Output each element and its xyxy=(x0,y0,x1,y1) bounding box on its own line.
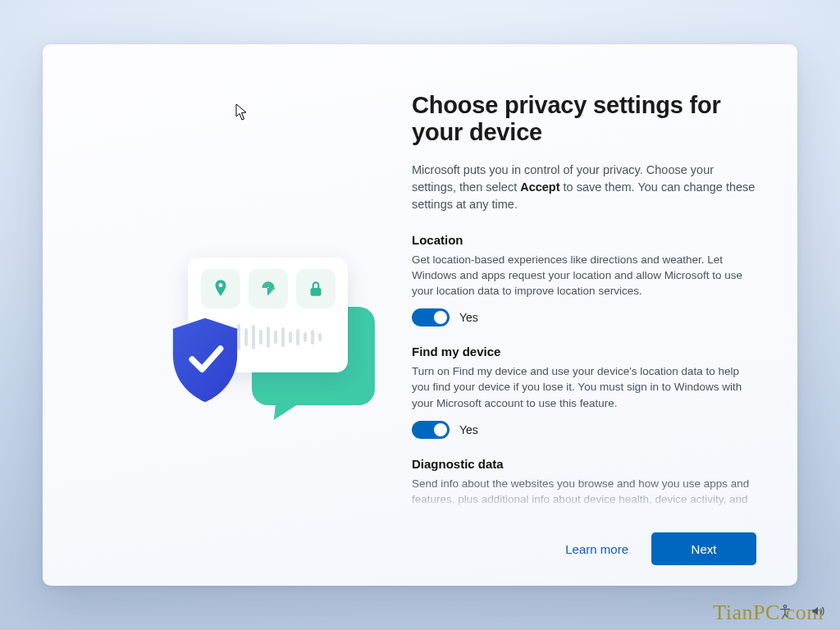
next-button[interactable]: Next xyxy=(651,532,756,565)
volume-icon[interactable] xyxy=(806,600,830,622)
page-lead: Microsoft puts you in control of your pr… xyxy=(412,162,758,213)
shield-check-icon xyxy=(166,315,244,405)
content-column: Choose privacy settings for your device … xyxy=(387,44,797,586)
settings-scroll-area[interactable]: Location Get location-based experiences … xyxy=(412,233,758,512)
setting-title: Diagnostic data xyxy=(412,457,755,471)
setting-desc: Send info about the websites you browse … xyxy=(412,476,755,512)
toggle-label: Yes xyxy=(459,423,478,436)
learn-more-link[interactable]: Learn more xyxy=(560,536,633,563)
setting-desc: Get location-based experiences like dire… xyxy=(412,252,755,299)
setup-dialog: Choose privacy settings for your device … xyxy=(43,44,797,586)
system-tray xyxy=(773,600,830,622)
setting-title: Find my device xyxy=(412,345,755,358)
accessibility-icon[interactable] xyxy=(773,600,797,622)
dialog-footer: Learn more Next xyxy=(412,512,758,586)
svg-point-3 xyxy=(783,605,786,608)
location-toggle[interactable] xyxy=(412,308,450,326)
privacy-illustration xyxy=(112,233,342,438)
page-title: Choose privacy settings for your device xyxy=(412,92,758,147)
illustration-column xyxy=(43,44,387,586)
location-pin-icon xyxy=(201,269,240,308)
setting-location: Location Get location-based experiences … xyxy=(412,233,755,326)
setting-desc: Turn on Find my device and use your devi… xyxy=(412,363,755,410)
lead-bold: Accept xyxy=(520,180,559,194)
fingerprint-icon xyxy=(249,269,288,308)
toggle-label: Yes xyxy=(459,311,478,324)
svg-point-2 xyxy=(314,290,317,293)
setting-find-my-device: Find my device Turn on Find my device an… xyxy=(412,345,755,438)
lock-icon xyxy=(296,269,336,308)
svg-point-0 xyxy=(218,283,222,287)
setting-title: Location xyxy=(412,233,755,247)
find-my-device-toggle[interactable] xyxy=(412,421,450,439)
setting-diagnostic-data: Diagnostic data Send info about the webs… xyxy=(412,457,755,512)
